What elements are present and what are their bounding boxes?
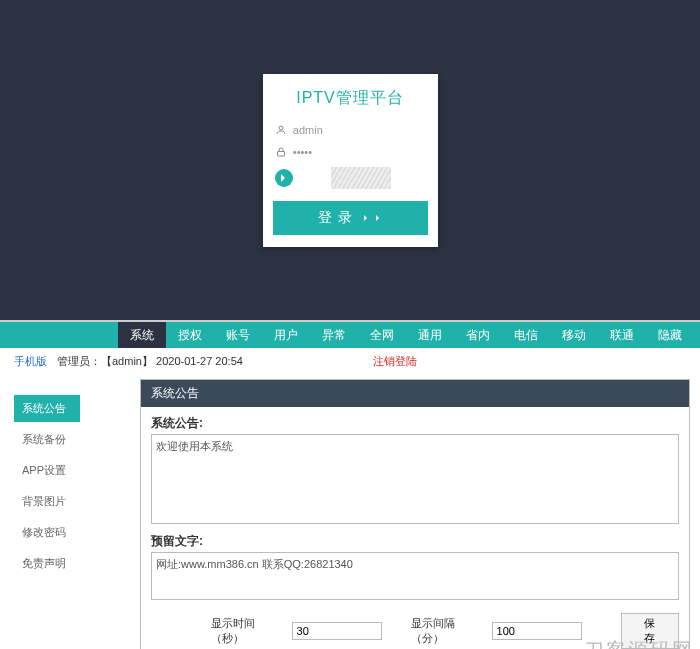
sidebar-item[interactable]: 系统公告	[14, 395, 80, 422]
svg-rect-1	[277, 151, 284, 156]
interval-label: 显示间隔（分）	[411, 616, 486, 646]
mobile-link[interactable]: 手机版	[14, 354, 47, 369]
timing-row: 显示时间（秒） 显示间隔（分） 保 存	[151, 603, 679, 649]
top-nav: 系统授权账号用户异常全网通用省内电信移动联通隐藏	[0, 322, 700, 348]
arrow-right-icon	[376, 215, 382, 221]
user-icon	[275, 123, 287, 137]
lock-icon	[275, 145, 287, 159]
arrow-right-icon	[364, 215, 370, 221]
datetime-text: 2020-01-27 20:54	[156, 355, 243, 367]
svg-point-0	[279, 126, 283, 130]
interval-input[interactable]	[492, 622, 582, 640]
captcha-row	[263, 163, 438, 193]
info-bar: 手机版 管理员：【admin】 2020-01-27 20:54 注销登陆	[0, 348, 700, 375]
sidebar-item[interactable]: 系统备份	[14, 426, 80, 453]
topnav-tab[interactable]: 电信	[502, 322, 550, 348]
login-button-label: 登录	[318, 209, 358, 227]
topnav-tab[interactable]: 省内	[454, 322, 502, 348]
sidebar: 系统公告系统备份APP设置背景图片修改密码免责声明	[0, 375, 80, 581]
topnav-tab[interactable]: 授权	[166, 322, 214, 348]
body-row: 系统公告系统备份APP设置背景图片修改密码免责声明 系统公告 系统公告: 预留文…	[0, 375, 700, 649]
duration-input[interactable]	[292, 622, 382, 640]
duration-label: 显示时间（秒）	[211, 616, 286, 646]
login-panel: IPTV管理平台 登录	[263, 74, 438, 247]
login-backdrop: IPTV管理平台 登录	[0, 0, 700, 320]
topnav-tab[interactable]: 移动	[550, 322, 598, 348]
login-title: IPTV管理平台	[263, 82, 438, 119]
notice-panel: 系统公告 系统公告: 预留文字: 显示时间（秒） 显示间隔（分） 保 存	[140, 379, 690, 649]
sidebar-item[interactable]: 背景图片	[14, 488, 80, 515]
topnav-tab[interactable]: 异常	[310, 322, 358, 348]
logout-link[interactable]: 注销登陆	[373, 354, 417, 369]
topnav-tab[interactable]: 隐藏	[646, 322, 694, 348]
topnav-tab[interactable]: 账号	[214, 322, 262, 348]
admin-area: 系统授权账号用户异常全网通用省内电信移动联通隐藏 手机版 管理员：【admin】…	[0, 320, 700, 649]
sidebar-item[interactable]: APP设置	[14, 457, 80, 484]
username-input[interactable]	[293, 124, 426, 136]
login-button[interactable]: 登录	[273, 201, 428, 235]
topnav-tab[interactable]: 联通	[598, 322, 646, 348]
reserve-textarea[interactable]	[151, 552, 679, 600]
topnav-tab[interactable]: 系统	[118, 322, 166, 348]
password-row	[263, 141, 438, 163]
sidebar-item[interactable]: 免责声明	[14, 550, 80, 577]
notice-label: 系统公告:	[151, 415, 679, 432]
topnav-tab[interactable]: 全网	[358, 322, 406, 348]
topnav-tab[interactable]: 用户	[262, 322, 310, 348]
panel-title: 系统公告	[141, 380, 689, 407]
panel-body: 系统公告: 预留文字: 显示时间（秒） 显示间隔（分） 保 存	[141, 407, 689, 649]
captcha-input[interactable]	[297, 172, 327, 184]
content-area: 系统公告 系统公告: 预留文字: 显示时间（秒） 显示间隔（分） 保 存	[80, 375, 700, 649]
topnav-tab[interactable]: 通用	[406, 322, 454, 348]
save-button[interactable]: 保 存	[621, 613, 679, 649]
notice-textarea[interactable]	[151, 434, 679, 524]
admin-info: 管理员：【admin】 2020-01-27 20:54	[57, 354, 243, 369]
sidebar-item[interactable]: 修改密码	[14, 519, 80, 546]
captcha-play-icon[interactable]	[275, 169, 293, 187]
admin-label: 管理员：【admin】	[57, 355, 153, 367]
reserve-label: 预留文字:	[151, 533, 679, 550]
username-row	[263, 119, 438, 141]
captcha-image[interactable]	[331, 167, 391, 189]
password-input[interactable]	[293, 146, 426, 158]
